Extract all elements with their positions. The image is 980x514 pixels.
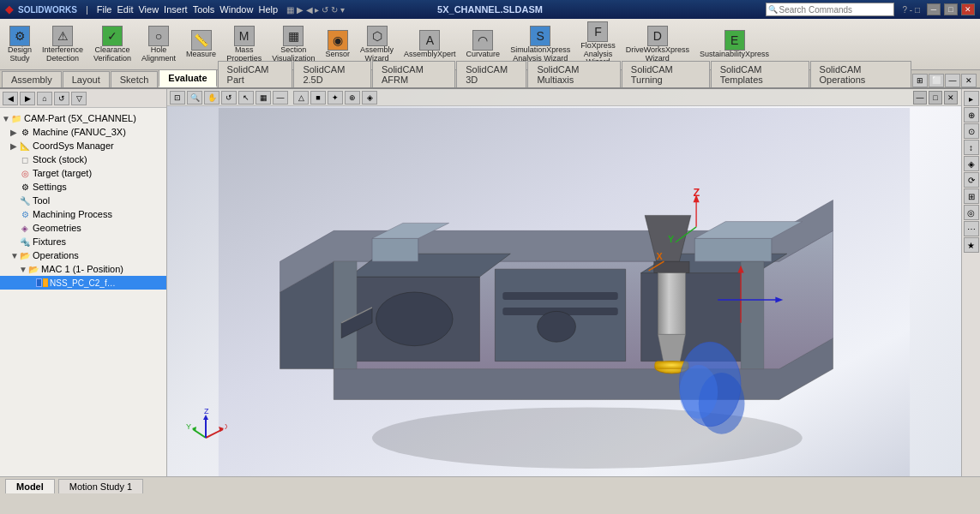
tree-icon-coordsys: 📐	[19, 140, 31, 152]
tree-item-machine[interactable]: ▶ ⚙ Machine (FANUC_3X)	[0, 125, 166, 139]
tree-icon-nss	[36, 277, 48, 289]
toolbar-curvature[interactable]: ◠ Curvature	[462, 28, 505, 61]
toolbar-sensor[interactable]: ◉ Sensor	[322, 28, 355, 61]
status-tab-motion[interactable]: Motion Study 1	[58, 479, 143, 493]
vp-right-icons: — □ ✕	[913, 91, 958, 105]
rtbtn-3[interactable]: ⊙	[964, 123, 979, 139]
tree-item-settings[interactable]: ⚙ Settings	[0, 180, 166, 194]
vp-section[interactable]: —	[273, 91, 288, 105]
expand-coordsys: ▶	[10, 141, 19, 151]
tab-sketch[interactable]: Sketch	[111, 71, 159, 87]
tree-item-geometries[interactable]: ◈ Geometries	[0, 221, 166, 235]
tab-solidcam-templates[interactable]: SolidCAM Templates	[711, 61, 809, 87]
tab-solidcam-operations[interactable]: SolidCAM Operations	[810, 61, 911, 87]
tab-solidcam-25d[interactable]: SolidCAM 2.5D	[293, 61, 371, 87]
vp-icon-3[interactable]: ✕	[944, 91, 958, 105]
tree-item-root[interactable]: ▼ 📁 CAM-Part (5X_CHANNEL)	[0, 111, 166, 125]
menu-edit[interactable]: Edit	[117, 4, 133, 15]
rtbtn-7[interactable]: ⊞	[964, 188, 979, 204]
search-input[interactable]	[779, 5, 882, 15]
rtbtn-8[interactable]: ◎	[964, 205, 979, 220]
toolbar-driveworks[interactable]: D DriveWorksXpressWizard	[622, 24, 694, 65]
toolbar-simulation[interactable]: S SimulationXpressAnalysis Wizard	[506, 24, 574, 65]
maximize-button[interactable]: □	[944, 3, 958, 15]
rtbtn-6[interactable]: ⟳	[964, 172, 979, 188]
tree-icon-target: ◎	[19, 167, 31, 179]
vp-btn-1[interactable]: ⊞	[912, 74, 928, 87]
vp-pan[interactable]: ✋	[204, 91, 219, 105]
vp-view5[interactable]: ◈	[362, 91, 377, 105]
rtbtn-10[interactable]: ★	[964, 237, 979, 253]
tab-solidcam-turning[interactable]: SolidCAM Turning	[622, 61, 710, 87]
tree: ▼ 📁 CAM-Part (5X_CHANNEL) ▶ ⚙ Machine (F…	[0, 108, 166, 293]
sidebar-btn-refresh[interactable]: ↺	[54, 92, 69, 105]
vp-render[interactable]: ▦	[256, 91, 271, 105]
window-title: 5X_CHANNEL.SLDASM	[437, 4, 543, 15]
svg-text:X: X	[225, 422, 227, 431]
tree-item-nss[interactable]: NSS_PC_C2_faces ...T1	[0, 276, 166, 290]
vp-select[interactable]: ↖	[238, 91, 254, 105]
vp-view1[interactable]: △	[293, 91, 309, 105]
rtbtn-2[interactable]: ⊕	[964, 107, 979, 123]
toolbar-mass[interactable]: M MassProperties	[222, 24, 266, 65]
close-button[interactable]: ✕	[961, 3, 975, 15]
tab-assembly[interactable]: Assembly	[2, 71, 62, 87]
menu-view[interactable]: View	[138, 4, 159, 15]
menu-file[interactable]: File	[97, 4, 112, 15]
rtbtn-4[interactable]: ↕	[964, 140, 979, 155]
menu-insert[interactable]: Insert	[164, 4, 188, 15]
toolbar-hole[interactable]: ○ HoleAlignment	[137, 24, 180, 65]
viewport-toolbar: ⊡ 🔍 ✋ ↺ ↖ ▦ — △ ■ ✦ ⊕ ◈ — □ ✕	[167, 89, 961, 106]
vp-rotate[interactable]: ↺	[221, 91, 237, 105]
rtbtn-5[interactable]: ◈	[964, 156, 979, 171]
tree-item-machining-process[interactable]: ⚙ Machining Process	[0, 207, 166, 221]
toolbar-sustainability[interactable]: E SustainabilityXpress	[695, 28, 773, 61]
tree-item-target[interactable]: ◎ Target (target)	[0, 166, 166, 180]
viewport[interactable]: ⊡ 🔍 ✋ ↺ ↖ ▦ — △ ■ ✦ ⊕ ◈ — □ ✕	[167, 89, 961, 476]
rtbtn-1[interactable]: ▸	[964, 91, 979, 106]
vp-view4[interactable]: ⊕	[345, 91, 360, 105]
toolbar-assembly-wizard[interactable]: ⬡ AssemblyWizard	[356, 24, 398, 65]
menu-window[interactable]: Window	[219, 4, 253, 15]
vp-btn-3[interactable]: —	[945, 74, 960, 87]
tab-solidcam-part[interactable]: SolidCAM Part	[218, 61, 293, 87]
status-tab-model[interactable]: Model	[5, 479, 55, 493]
menu-tools[interactable]: Tools	[193, 4, 215, 15]
tab-solidcam-multiaxis[interactable]: SolidCAM Multiaxis	[527, 61, 620, 87]
vp-view2[interactable]: ■	[310, 91, 326, 105]
tree-item-coordsys[interactable]: ▶ 📐 CoordSys Manager	[0, 139, 166, 152]
titlebar-controls: 🔍 ? - □ ─ □ ✕	[766, 3, 976, 16]
sidebar-btn-filter[interactable]: ▽	[71, 92, 87, 105]
toolbar-measure[interactable]: 📏 Measure	[182, 28, 220, 61]
vp-btn-4[interactable]: ✕	[961, 74, 977, 87]
vp-icon-1[interactable]: —	[913, 91, 927, 105]
rtbtn-9[interactable]: ⋯	[964, 221, 979, 236]
tab-solidcam-3d[interactable]: SolidCAM 3D	[456, 61, 526, 87]
tab-evaluate[interactable]: Evaluate	[159, 69, 216, 87]
sidebar-btn-back[interactable]: ◀	[3, 92, 18, 105]
vp-icon-2[interactable]: □	[929, 91, 942, 105]
toolbar-design-study[interactable]: ⚙ DesignStudy	[3, 24, 36, 65]
toolbar-clearance[interactable]: ✓ ClearanceVerification	[89, 24, 135, 65]
menu-help[interactable]: Help	[258, 4, 278, 15]
toolbar-assemblyxpert[interactable]: A AssemblyXpert	[400, 28, 460, 61]
tree-item-stock[interactable]: ◻ Stock (stock)	[0, 152, 166, 166]
toolbar-interference[interactable]: ⚠ InterferenceDetection	[38, 24, 87, 65]
vp-btn-2[interactable]: ⬜	[929, 74, 944, 87]
tree-item-operations[interactable]: ▼ 📂 Operations	[0, 248, 166, 262]
vp-zoom-fit[interactable]: ⊡	[170, 91, 185, 105]
vp-zoom-in[interactable]: 🔍	[187, 91, 202, 105]
3d-model: Z X Y	[167, 108, 961, 476]
sidebar-btn-forward[interactable]: ▶	[20, 92, 35, 105]
tree-item-fixtures[interactable]: 🔩 Fixtures	[0, 235, 166, 248]
sidebar-btn-home[interactable]: ⌂	[37, 92, 52, 105]
minimize-button[interactable]: ─	[927, 3, 941, 15]
tree-item-mac1[interactable]: ▼ 📂 MAC 1 (1- Position)	[0, 262, 166, 276]
vp-view3[interactable]: ✦	[328, 91, 343, 105]
expand-machine: ▶	[10, 128, 19, 137]
tab-solidcam-afrm[interactable]: SolidCAM AFRM	[372, 61, 455, 87]
expand-root: ▼	[2, 114, 10, 123]
toolbar-section[interactable]: ▦ SectionVisualization	[268, 24, 319, 65]
tab-layout[interactable]: Layout	[63, 71, 110, 87]
tree-item-tool[interactable]: 🔧 Tool	[0, 194, 166, 207]
